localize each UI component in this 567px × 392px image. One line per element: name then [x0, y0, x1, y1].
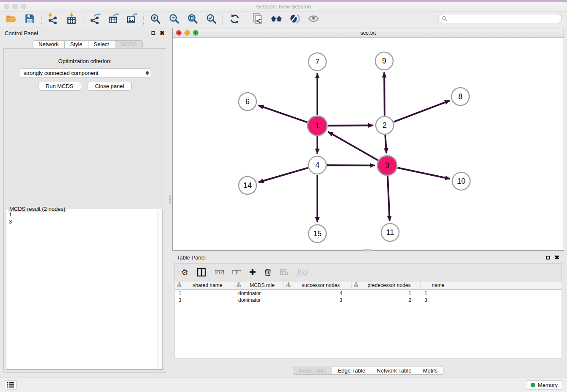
graph-node-3[interactable]: 3	[377, 156, 397, 175]
tree-hierarchy-icon	[177, 282, 182, 288]
zoom-fit-icon[interactable]	[187, 13, 198, 25]
export-image-icon[interactable]	[126, 13, 138, 25]
svg-text:10: 10	[457, 177, 465, 185]
zoom-selected-icon[interactable]	[205, 13, 217, 25]
add-column-icon[interactable]: ✚	[249, 268, 256, 277]
zoom-out-icon[interactable]	[168, 13, 180, 25]
table-settings-icon[interactable]: ⚙	[181, 268, 188, 277]
tab-node-table[interactable]: Node Table	[293, 367, 333, 375]
graph-node-15[interactable]: 15	[308, 225, 326, 243]
graph-node-6[interactable]: 6	[239, 93, 256, 110]
control-panel-title: Control Panel	[5, 30, 38, 36]
column-header-shared-name[interactable]: shared name	[175, 282, 234, 289]
task-history-button[interactable]	[5, 380, 17, 390]
edge-1-6[interactable]	[259, 105, 308, 122]
svg-text:3: 3	[385, 161, 389, 170]
import-network-icon[interactable]	[47, 13, 59, 25]
control-panel: Control Panel ✖ NetworkStyleSelectMCDS O…	[0, 28, 169, 374]
zoom-in-icon[interactable]	[149, 13, 161, 25]
refresh-view-icon[interactable]	[228, 13, 240, 25]
graph-node-2[interactable]: 2	[376, 116, 394, 134]
save-session-icon[interactable]	[24, 13, 36, 25]
mcds-result-text[interactable]: 1 3	[6, 210, 157, 369]
table-cell[interactable]: dominator	[234, 290, 284, 296]
edge-4-3[interactable]	[327, 165, 375, 166]
tab-motifs[interactable]: Motifs	[417, 367, 443, 375]
edge-3-10[interactable]	[397, 168, 450, 179]
unselect-all-columns-icon[interactable]: ☐☐	[232, 269, 241, 276]
edge-2-3[interactable]	[385, 135, 386, 153]
svg-text:6: 6	[245, 97, 250, 106]
graph-node-10[interactable]: 10	[452, 172, 470, 190]
delete-column-icon[interactable]	[264, 268, 272, 276]
table-row[interactable]: 1dominator411	[175, 290, 561, 297]
table-cell[interactable]: 1	[421, 290, 456, 296]
open-session-icon[interactable]	[5, 13, 17, 25]
tab-network-table[interactable]: Network Table	[371, 367, 417, 375]
graph-node-1[interactable]: 1	[308, 116, 327, 135]
graph-node-8[interactable]: 8	[451, 88, 469, 105]
titlebar: Session: New Session	[0, 2, 567, 11]
column-header-MCDS-role[interactable]: MCDS role	[234, 282, 284, 289]
table-cell[interactable]: 4	[284, 290, 352, 296]
horizontal-splitter-grip[interactable]	[363, 249, 372, 251]
search-input[interactable]	[448, 16, 559, 22]
table-row[interactable]: 3dominator323	[175, 297, 561, 304]
application-window: Session: New Session	[0, 0, 567, 392]
table-cell[interactable]: 2	[352, 297, 421, 303]
show-columns-icon[interactable]	[197, 268, 206, 277]
close-panel-button[interactable]: ✖	[160, 31, 165, 35]
optimization-criterion-label: Optimization criterion:	[4, 58, 166, 64]
criterion-selected-value: strongly connected component	[24, 70, 99, 76]
run-mcds-button[interactable]: Run MCDS	[38, 82, 81, 91]
clone-network-icon[interactable]	[252, 13, 264, 25]
edge-3-1[interactable]	[328, 132, 378, 160]
tree-hierarchy-icon	[286, 282, 291, 288]
result-scrollbar[interactable]	[157, 210, 162, 369]
edge-1-2[interactable]	[328, 125, 373, 126]
float-panel-button[interactable]	[151, 31, 155, 35]
graph-node-14[interactable]: 14	[239, 177, 256, 194]
tab-edge-table[interactable]: Edge Table	[332, 367, 371, 375]
column-header-name[interactable]: name	[421, 282, 456, 289]
column-header-predecessor-nodes[interactable]: predecessor nodes	[352, 282, 421, 289]
graph-node-11[interactable]: 11	[381, 224, 399, 241]
tab-style[interactable]: Style	[65, 40, 88, 48]
eye-icon[interactable]	[308, 13, 319, 25]
graphics-details-icon[interactable]	[289, 13, 301, 25]
export-network-icon[interactable]	[89, 13, 101, 25]
table-cell[interactable]: 3	[284, 297, 352, 303]
network-graph-canvas[interactable]: 7968124314101511	[173, 38, 564, 250]
edge-2-8[interactable]	[394, 101, 450, 122]
close-table-panel-button[interactable]: ✖	[554, 255, 559, 259]
table-cell[interactable]: 3	[175, 297, 234, 303]
mcds-panel: Optimization criterion: strongly connect…	[3, 48, 166, 373]
criterion-select[interactable]: strongly connected component	[19, 68, 151, 78]
edge-4-14[interactable]	[259, 168, 308, 182]
export-table-icon[interactable]	[107, 13, 119, 25]
table-cell[interactable]: dominator	[234, 297, 284, 303]
tab-select[interactable]: Select	[88, 40, 115, 48]
memory-button[interactable]: Memory	[526, 380, 562, 390]
tab-network[interactable]: Network	[33, 40, 65, 48]
graph-node-7[interactable]: 7	[308, 53, 326, 71]
table-cell[interactable]: 1	[175, 290, 234, 296]
float-table-panel-button[interactable]	[546, 256, 550, 259]
column-header-successor-nodes[interactable]: successor nodes	[284, 282, 352, 289]
edge-2-9[interactable]	[384, 72, 385, 116]
graph-node-4[interactable]: 4	[308, 156, 326, 174]
tab-mcds[interactable]: MCDS	[115, 40, 143, 48]
edge-3-11[interactable]	[388, 176, 390, 221]
mcds-result-box: MCDS result (2 nodes) 1 3	[6, 209, 163, 370]
vertical-splitter-grip[interactable]	[169, 195, 171, 204]
import-table-icon[interactable]	[66, 13, 77, 25]
close-panel-button-mcds[interactable]: Close panel	[88, 82, 132, 91]
table-cell[interactable]: 1	[352, 290, 421, 296]
graph-node-9[interactable]: 9	[375, 52, 393, 70]
home-icon[interactable]	[270, 13, 282, 25]
table-header-row: shared nameMCDS rolesuccessor nodesprede…	[175, 282, 561, 290]
node-table: shared nameMCDS rolesuccessor nodesprede…	[174, 281, 562, 359]
table-cell[interactable]: 3	[421, 297, 456, 303]
memory-label: Memory	[538, 382, 558, 388]
select-all-columns-icon[interactable]: ☑☑	[215, 269, 223, 276]
